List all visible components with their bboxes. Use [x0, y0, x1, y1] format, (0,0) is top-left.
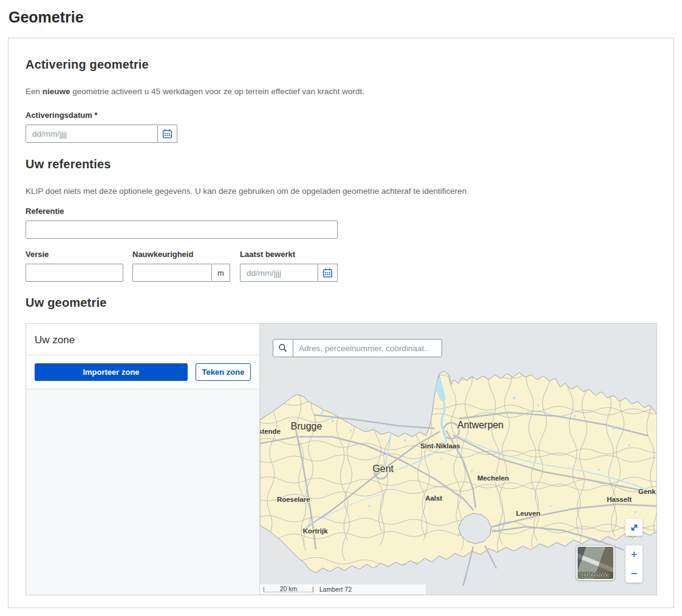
calendar-icon — [322, 268, 333, 278]
accuracy-label: Nauwkeurigheid — [132, 250, 230, 259]
page-title: Geometrie — [9, 9, 682, 26]
map-fullscreen-button[interactable] — [626, 519, 643, 536]
search-icon — [278, 343, 288, 353]
activation-description-suffix: geometrie activeert u 45 werkdagen voor … — [70, 87, 365, 96]
map-city-label: Leuven — [516, 510, 540, 517]
last-edited-input[interactable] — [240, 264, 318, 282]
map-zoom-control: + − — [626, 546, 643, 583]
reference-input[interactable] — [26, 221, 338, 239]
map-city-label: Gent — [372, 464, 394, 474]
geometry-heading: Uw geometrie — [26, 296, 657, 310]
last-edited-field: Laatst bewerkt — [240, 239, 338, 282]
geometry-card: Activering geometrie Een nieuwe geometri… — [8, 38, 674, 608]
map-city-label: stende — [260, 428, 281, 435]
last-edited-label: Laatst bewerkt — [240, 250, 338, 259]
accuracy-input[interactable] — [132, 264, 212, 282]
map-search-input[interactable] — [293, 340, 442, 357]
map-city-label: Mechelen — [477, 474, 509, 482]
map-search-box — [273, 339, 442, 357]
search-button[interactable] — [273, 340, 293, 357]
activation-date-group — [26, 125, 657, 143]
map-city-label: Genk — [638, 488, 656, 495]
activation-description: Een nieuwe geometrie activeert u 45 werk… — [26, 87, 657, 96]
zone-list-empty — [26, 389, 259, 595]
references-heading: Uw referenties — [26, 157, 657, 171]
activation-date-input[interactable] — [26, 125, 158, 143]
zone-actions: Importeer zone Teken zone — [26, 355, 259, 389]
activation-heading: Activering geometrie — [26, 58, 657, 72]
version-input[interactable] — [26, 264, 123, 282]
map-scale-label: 20 km — [280, 585, 298, 592]
reference-label: Referentie — [26, 207, 657, 216]
accuracy-field: Nauwkeurigheid m — [132, 239, 230, 282]
calendar-icon — [162, 129, 172, 139]
references-description: KLIP doet niets met deze optionele gegev… — [26, 187, 657, 196]
map-city-label: Aalst — [425, 495, 442, 502]
map-scale-bar: 20 km — [264, 587, 313, 592]
activation-description-bold: nieuwe — [43, 87, 70, 96]
map-attribution-bar: 20 km Lambert 72 — [260, 584, 426, 594]
aerial-layer-label: Luchtfoto — [578, 571, 613, 578]
import-zone-button[interactable]: Importeer zone — [35, 363, 188, 381]
map-city-label: Brugge — [291, 421, 322, 431]
references-row: Versie Nauwkeurigheid m Laatst bewerkt — [26, 239, 657, 282]
draw-zone-button[interactable]: Teken zone — [196, 363, 251, 381]
zone-panel: Uw zone Importeer zone Teken zone — [26, 323, 260, 595]
accuracy-unit: m — [212, 264, 230, 282]
version-label: Versie — [26, 250, 123, 259]
activation-date-label: Activeringsdatum * — [26, 111, 657, 120]
map-projection-label: Lambert 72 — [319, 586, 352, 593]
zone-panel-title: Uw zone — [26, 324, 259, 355]
map-canvas[interactable]: stendeBruggeAntwerpenSint-NiklaasGentMec… — [260, 323, 657, 595]
map-city-label: Roeselare — [277, 496, 310, 503]
map-city-label: Sint-Niklaas — [420, 442, 460, 450]
aerial-layer-toggle[interactable]: Luchtfoto — [576, 546, 615, 580]
activation-description-prefix: Een — [26, 87, 43, 96]
activation-date-calendar-button[interactable] — [158, 125, 177, 143]
map-city-label: Antwerpen — [457, 420, 503, 430]
zoom-in-button[interactable]: + — [626, 546, 643, 564]
reference-group — [26, 221, 657, 239]
map-city-label: Hasselt — [607, 496, 632, 503]
last-edited-calendar-button[interactable] — [318, 264, 338, 282]
map-city-label: Kortrijk — [303, 527, 328, 535]
geometry-widget: Uw zone Importeer zone Teken zone — [26, 323, 657, 595]
expand-icon — [630, 523, 639, 532]
zoom-out-button[interactable]: − — [626, 564, 643, 583]
version-field: Versie — [26, 239, 123, 282]
